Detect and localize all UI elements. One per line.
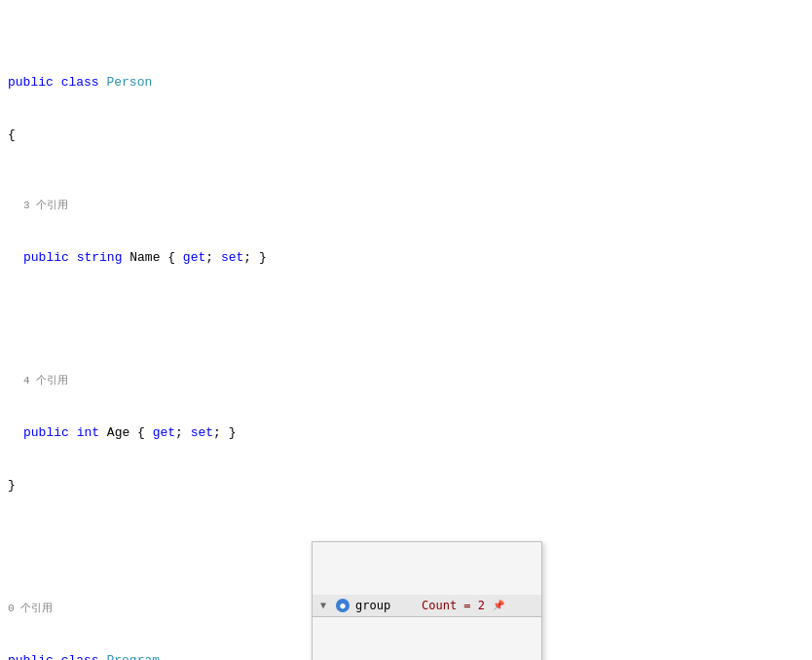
code-line: { — [0, 127, 812, 144]
ref-count: 0 个引用 — [8, 600, 53, 617]
code-editor: public class Person { 3 个引用 public strin… — [0, 0, 812, 660]
debug-var-name: group — [355, 597, 414, 614]
code-line: public string Name { get; set; } — [0, 249, 812, 267]
collapse-icon[interactable]: ▼ — [316, 599, 330, 612]
ref-count: 3 个引用 — [23, 197, 68, 214]
debug-tooltip[interactable]: ▼ ● group Count = 2 📌 ▶ ● [0] Key = 18 🔧… — [312, 541, 542, 660]
code-text: } — [8, 477, 16, 495]
group-icon: ● — [336, 599, 350, 612]
code-line: public class Person — [0, 74, 812, 92]
code-line — [0, 302, 812, 319]
code-text: public class Person — [8, 74, 152, 92]
code-line: 4 个引用 — [0, 372, 812, 389]
debug-var-value: Count = 2 — [418, 597, 485, 614]
ref-count: 4 个引用 — [23, 372, 68, 389]
pin-icon[interactable]: 📌 — [493, 597, 504, 614]
code-text: public class Program — [8, 652, 160, 660]
code-line: public int Age { get; set; } — [0, 424, 812, 442]
code-text: { — [8, 127, 16, 144]
code-text: public string Name { get; set; } — [23, 249, 267, 267]
code-line: 3 个引用 — [0, 197, 812, 214]
debug-popup-header[interactable]: ▼ ● group Count = 2 📌 — [313, 595, 541, 617]
code-line: } — [0, 477, 812, 495]
code-text: public int Age { get; set; } — [23, 424, 236, 442]
